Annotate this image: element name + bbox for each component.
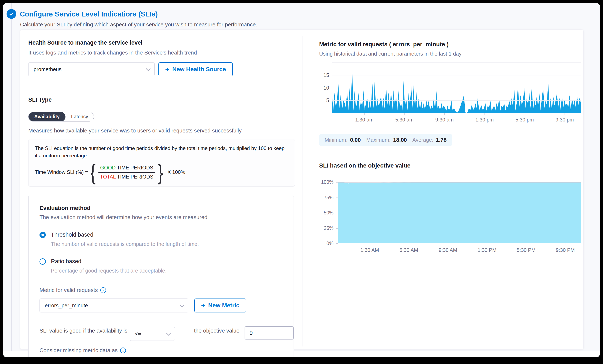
x-axis-label: 5:30 pm (515, 117, 534, 123)
y-axis-label: 15 (323, 72, 329, 78)
y-axis-label: 100% (321, 179, 334, 185)
y-axis-tick (336, 198, 338, 198)
metric-stats-bar: Minimum: 0.00 Maximum: 18.00 Average: 1.… (319, 134, 452, 146)
chevron-down-icon (146, 66, 151, 71)
total-term: TOTAL (100, 174, 116, 180)
new-metric-button[interactable]: + New Metric (194, 298, 246, 312)
threshold-based-description: The number of valid requests is compared… (51, 241, 294, 247)
app-window: Configure Service Level Indicatiors (SLI… (3, 3, 600, 357)
health-source-heading: Health Source to manage the service leve… (28, 39, 295, 46)
right-brace: } (158, 163, 163, 182)
gridline (332, 100, 581, 101)
left-column: Health Source to manage the service leve… (28, 30, 295, 357)
tab-latency[interactable]: Latency (66, 112, 94, 121)
y-axis-label: 10 (323, 85, 329, 91)
equation-fraction: GOOD TIME PERIODS TOTAL TIME PERIODS (98, 164, 155, 180)
slo-configuration-page: Configure Service Level Indicatiors (SLI… (3, 3, 600, 351)
sli-type-heading: SLI Type (28, 96, 295, 103)
metric-select[interactable]: errors_per_minute (39, 298, 188, 312)
missing-data-label: Consider missing metric data as (39, 347, 118, 354)
health-source-subheading: It uses logs and metrics to track change… (28, 49, 295, 56)
y-axis-label: 75% (324, 195, 334, 200)
minimum-value: 0.00 (350, 137, 361, 143)
average-value: 1.78 (436, 137, 447, 143)
x-axis-label: 9:30 PM (556, 247, 575, 253)
info-icon[interactable]: i (100, 287, 106, 293)
objective-value-input[interactable] (244, 326, 294, 340)
chevron-down-icon (166, 331, 171, 336)
radio-unselected-icon[interactable] (39, 258, 46, 265)
x-axis-label: 1:30 AM (360, 247, 379, 253)
x-axis-tick (485, 113, 485, 115)
x-axis-label: 1:30 am (355, 117, 374, 123)
y-axis-tick (336, 182, 338, 183)
metric-chart-subheading: Using historical data and current parame… (319, 51, 581, 57)
x-axis-label: 9:30 am (435, 117, 454, 123)
x-axis-label: 1:30 pm (475, 117, 494, 123)
x-axis-tick (487, 243, 487, 245)
metric-chart: 510151:30 am5:30 am9:30 am1:30 pm5:30 pm… (319, 62, 581, 126)
x-axis-tick (565, 113, 565, 115)
sli-chart-canvas (338, 182, 581, 243)
comparator-value: <= (135, 331, 141, 337)
sli-chart: 0%25%50%75%100%1:30 AM5:30 AM9:30 AM1:30… (319, 182, 581, 254)
evaluation-method-card: Evaluation method The evaluation method … (28, 195, 294, 357)
sli-equation-box: The SLI equation is the number of good t… (28, 139, 295, 187)
x-axis-label: 9:30 AM (439, 247, 457, 253)
gridline-100 (338, 182, 581, 183)
x-axis-label: 5:30 AM (400, 247, 418, 253)
page-title: Configure Service Level Indicatiors (SLI… (20, 10, 158, 18)
threshold-based-option[interactable]: Threshold based (39, 232, 294, 238)
equation-suffix: X 100% (167, 169, 185, 175)
x-axis-label: 5:30 PM (517, 247, 535, 253)
y-axis-label: 0% (326, 241, 334, 246)
x-axis-tick (370, 243, 370, 245)
x-axis-tick (525, 113, 525, 115)
x-axis-label: 5:30 am (395, 117, 414, 123)
ratio-based-description: Percentage of good requests that are acc… (51, 268, 294, 274)
tab-availability[interactable]: Availability (29, 112, 66, 121)
radio-selected-icon[interactable] (39, 232, 46, 238)
health-source-select[interactable]: prometheus (28, 62, 155, 76)
column-divider (302, 36, 302, 346)
stepper-line (11, 3, 12, 351)
good-term: GOOD (100, 165, 116, 170)
new-health-source-button[interactable]: + New Health Source (158, 62, 233, 76)
average-label: Average: (412, 137, 433, 143)
sli-chart-plot: 0%25%50%75%100%1:30 AM5:30 AM9:30 AM1:30… (338, 182, 581, 243)
y-axis-tick (336, 228, 338, 229)
info-icon[interactable]: i (120, 348, 126, 353)
x-axis-label: 9:30 pm (556, 117, 574, 123)
y-axis-label: 5 (326, 97, 329, 103)
x-axis-tick (444, 113, 445, 115)
maximum-label: Maximum: (366, 137, 391, 143)
sli-config-card: Health Source to manage the service leve… (20, 29, 584, 350)
x-axis-tick (526, 243, 526, 245)
minimum-label: Minimum: (325, 137, 348, 143)
comparator-select[interactable]: <= (130, 327, 175, 341)
plus-icon: + (165, 66, 169, 73)
equation-prefix: Time Window SLI (%) = (35, 169, 88, 175)
page-subtitle: Calculate your SLI by defining which asp… (20, 21, 257, 28)
gridline (332, 88, 581, 88)
left-brace: { (90, 163, 95, 182)
gridline (332, 75, 581, 75)
sli-equation-paragraph: The SLI equation is the number of good t… (35, 145, 286, 160)
evaluation-heading: Evaluation method (39, 205, 294, 211)
sli-type-toggle: Availability Latency (28, 112, 94, 121)
chevron-down-icon (180, 303, 185, 307)
evaluation-subheading: The evaluation method will determine how… (39, 214, 294, 221)
objective-value-label: the objective value (194, 326, 244, 335)
x-axis-tick (405, 113, 405, 115)
maximum-value: 18.00 (393, 137, 407, 143)
plus-icon: + (201, 302, 205, 309)
x-axis-tick (364, 113, 365, 115)
sli-type-description: Measures how available your service was … (28, 127, 295, 134)
metric-for-valid-requests-label: Metric for valid requests (39, 287, 98, 294)
y-axis-tick (336, 213, 338, 213)
ratio-based-option[interactable]: Ratio based (39, 258, 294, 265)
health-source-selected-value: prometheus (34, 66, 61, 72)
sli-chart-heading: SLI based on the objective value (319, 162, 581, 169)
x-axis-line (338, 243, 581, 243)
y-axis-tick (336, 243, 338, 244)
